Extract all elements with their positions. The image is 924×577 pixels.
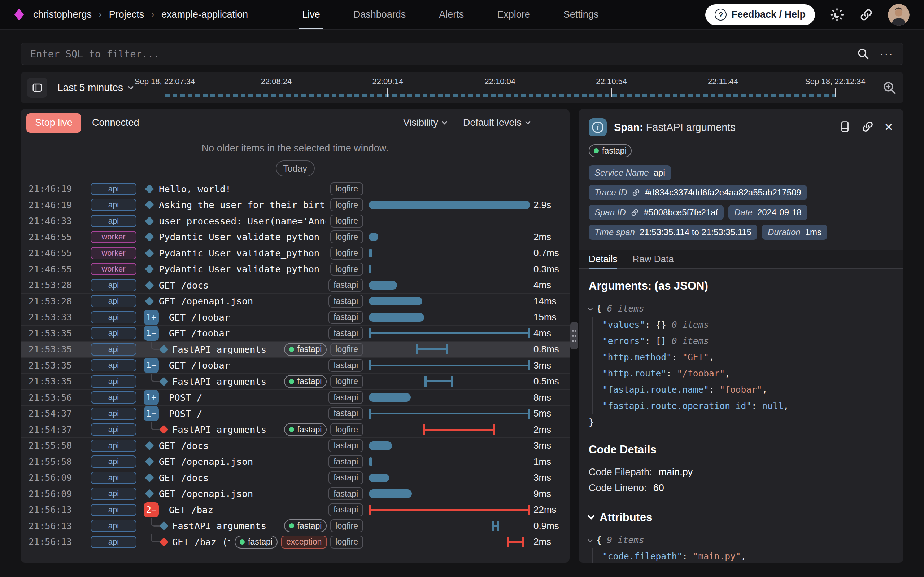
tab-raw-data[interactable]: Raw Data [632, 250, 674, 268]
meta-trace-id[interactable]: Trace ID#d834c3374dd6fa2e4aa82a55ab21750… [589, 185, 807, 200]
span-row[interactable]: 21:54:37apiFastAPI argumentsfastapilogfi… [21, 422, 570, 438]
user-avatar[interactable] [888, 4, 909, 26]
span-row[interactable]: 21:46:19apiAsking the user for their bir… [21, 197, 570, 213]
feedback-help-button[interactable]: ? Feedback / Help [705, 4, 815, 25]
tab-explore[interactable]: Explore [497, 0, 530, 29]
span-row[interactable]: 21:53:28apiGET /docsfastapi4ms [21, 277, 570, 293]
visibility-dropdown[interactable]: Visibility [403, 117, 446, 128]
close-icon[interactable]: ✕ [884, 122, 893, 133]
tree-expander-icon[interactable] [588, 538, 593, 542]
children-count-badge[interactable]: 1− [144, 406, 159, 421]
attributes-json-tree: { 9 items"code.filepath": "main.py","cod… [589, 532, 893, 562]
children-count-badge[interactable]: 1− [144, 358, 159, 373]
row-tree-marker [142, 342, 159, 357]
today-button[interactable]: Today [276, 161, 315, 176]
span-row[interactable]: 21:46:55workerPydantic User validate_pyt… [21, 261, 570, 277]
row-tree-marker: 1− [142, 358, 159, 374]
scope-badge-api: api [90, 183, 136, 195]
split-view-icon[interactable] [839, 121, 851, 134]
code-details-section: Code Details Code Filepath: main.py Code… [589, 443, 893, 496]
tag-logfire: logfire [330, 343, 363, 356]
children-count-badge[interactable]: 1+ [144, 390, 159, 405]
row-tags: logfire [330, 198, 363, 211]
row-tree-marker: 1+ [142, 390, 159, 406]
logfire-logo-icon[interactable] [15, 9, 24, 21]
children-count-badge[interactable]: 1+ [144, 310, 159, 325]
span-message: GET /openapi.json [159, 456, 324, 467]
span-row[interactable]: 21:53:56api1+POST /fastapi8ms [21, 390, 570, 406]
span-row[interactable]: 21:53:35api1−GET /foobarfastapi4ms [21, 325, 570, 342]
duration-value: 0.3ms [533, 264, 570, 275]
share-link-icon[interactable] [859, 8, 874, 22]
breadcrumb-projects[interactable]: Projects [109, 9, 144, 20]
span-row[interactable]: 21:55:58apiGET /docsfastapi3ms [21, 437, 570, 454]
json-key: "values" [603, 319, 645, 330]
span-message: GET /foobar [159, 312, 324, 323]
info-icon: i [589, 118, 607, 136]
duration-bar-track [369, 422, 533, 438]
span-row[interactable]: 21:56:09apiGET /docsfastapi3ms [21, 469, 570, 486]
span-row[interactable]: 21:56:09apiGET /openapi.jsonfastapi9ms [21, 486, 570, 502]
panel-resize-handle[interactable] [570, 322, 578, 350]
tab-live[interactable]: Live [302, 0, 320, 29]
duration-bar-track [369, 293, 533, 309]
span-row[interactable]: 21:46:19apiHello, world!logfire [21, 181, 570, 197]
tab-settings[interactable]: Settings [564, 0, 599, 29]
default-levels-dropdown[interactable]: Default levels [463, 117, 530, 128]
breadcrumb-org[interactable]: christophergs [33, 9, 92, 20]
timeline-axis[interactable]: Sep 18, 22:07:3422:08:2422:09:1422:10:04… [147, 72, 875, 103]
json-item-count: 0 items [666, 336, 709, 346]
panel-divider [570, 109, 578, 562]
tree-expander-icon[interactable] [588, 306, 593, 311]
breadcrumb-project-name[interactable]: example-application [162, 9, 248, 20]
span-row[interactable]: 21:53:33api1+GET /foobarfastapi15ms [21, 309, 570, 325]
sql-filter-bar[interactable]: Enter SQL to filter... ... [21, 43, 903, 65]
span-metadata: Service NameapiTrace ID#d834c3374dd6fa2e… [578, 157, 903, 240]
span-row[interactable]: 21:56:13apiGET /baz (foobar)fastapiexcep… [21, 534, 570, 550]
children-count-badge[interactable]: 1− [144, 326, 159, 341]
search-icon[interactable] [856, 47, 869, 60]
row-timestamp: 21:56:13 [29, 521, 90, 531]
span-message: GET /foobar [159, 328, 324, 338]
span-diamond-icon [145, 457, 154, 466]
timeline-bar: Last 5 minutes Sep 18, 22:07:3422:08:242… [21, 72, 903, 103]
tab-alerts[interactable]: Alerts [439, 0, 464, 29]
tag-fastapi: fastapi [328, 279, 363, 292]
timeline-tick-label: 22:10:04 [485, 77, 515, 86]
code-lineno-value: 60 [653, 480, 664, 496]
tag-logfire: logfire [330, 519, 363, 532]
span-row[interactable]: 21:56:13apiFastAPI argumentsfastapilogfi… [21, 518, 570, 534]
theme-toggle-icon[interactable] [829, 7, 845, 23]
row-tree-marker [142, 422, 159, 438]
detail-body: Arguments: (as JSON) { 6 items"values": … [578, 269, 903, 562]
sidebar-toggle-icon[interactable] [27, 77, 47, 98]
tab-details[interactable]: Details [589, 250, 617, 268]
meta-span-id[interactable]: Span ID#5008bce5f7fe21af [589, 205, 724, 220]
tab-dashboards[interactable]: Dashboards [353, 0, 406, 29]
row-timestamp: 21:54:37 [29, 408, 90, 419]
span-row[interactable]: 21:53:35apiFastAPI argumentsfastapilogfi… [21, 341, 570, 357]
time-range-select[interactable]: Last 5 minutes [57, 82, 133, 93]
span-row[interactable]: 21:56:13api2−GET /bazfastapi22ms [21, 501, 570, 518]
span-diamond-icon [145, 473, 154, 482]
scope-badge-worker: worker [90, 247, 136, 259]
span-row[interactable]: 21:46:55workerPydantic User validate_pyt… [21, 245, 570, 261]
span-row[interactable]: 21:46:33apiuser processed: User(name='An… [21, 213, 570, 229]
row-timestamp: 21:55:58 [29, 440, 90, 451]
copy-link-icon[interactable] [861, 120, 874, 134]
span-row[interactable]: 21:53:35api1−GET /foobarfastapi3ms [21, 357, 570, 374]
zoom-in-icon[interactable] [882, 80, 897, 95]
sql-filter-input[interactable]: Enter SQL to filter... [30, 48, 846, 60]
span-row[interactable]: 21:46:55workerPydantic User validate_pyt… [21, 229, 570, 245]
more-options-icon[interactable]: ... [880, 52, 894, 56]
row-timestamp: 21:46:55 [29, 264, 90, 274]
children-count-badge[interactable]: 2− [144, 502, 159, 517]
code-filepath-label: Code Filepath: [589, 464, 652, 480]
attributes-heading[interactable]: Attributes [589, 511, 893, 524]
span-row[interactable]: 21:54:37api1−POST /fastapi5ms [21, 405, 570, 422]
span-row[interactable]: 21:53:35apiFastAPI argumentsfastapilogfi… [21, 373, 570, 390]
span-row[interactable]: 21:53:28apiGET /openapi.jsonfastapi14ms [21, 293, 570, 309]
stop-live-button[interactable]: Stop live [26, 113, 81, 133]
span-row[interactable]: 21:55:58apiGET /openapi.jsonfastapi1ms [21, 454, 570, 470]
tag-logfire: logfire [330, 198, 363, 211]
